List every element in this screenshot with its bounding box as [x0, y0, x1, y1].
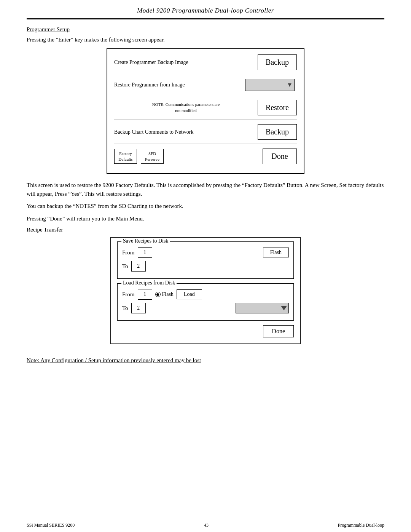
- footer-left: SSi Manual SERIES 9200: [27, 522, 75, 528]
- paragraph-1: This screen is used to restore the 9200 …: [27, 181, 384, 198]
- recipe-transfer-section: Recipe Transfer Save Recipes to Disk Fro…: [27, 227, 384, 351]
- footer-center: 43: [204, 522, 209, 528]
- load-flash-radio[interactable]: Flash: [155, 291, 174, 297]
- load-from-input[interactable]: [138, 289, 152, 300]
- backup-chart-row: Backup Chart Comments to Network Backup: [114, 124, 297, 144]
- sfd-preserve-button[interactable]: SFDPerserve: [141, 149, 164, 164]
- footer-right: Programmable Dual-loop: [338, 522, 384, 528]
- load-section-title: Load Recipes from Disk: [121, 280, 177, 286]
- page-title: Model 9200 Programmable Dual-loop Contro…: [137, 7, 274, 14]
- load-to-input[interactable]: [131, 303, 146, 313]
- page-footer: SSi Manual SERIES 9200 43 Programmable D…: [27, 520, 384, 532]
- factory-defaults-button[interactable]: FactoryDefaults: [114, 149, 137, 164]
- save-section-title: Save Recipes to Disk: [121, 238, 170, 244]
- restore-dropdown[interactable]: ▼: [245, 79, 295, 91]
- factory-done-row: FactoryDefaults SFDPerserve Done: [114, 149, 297, 168]
- save-to-input[interactable]: [131, 261, 146, 272]
- page-header: Model 9200 Programmable Dual-loop Contro…: [27, 0, 384, 19]
- load-to-row: To: [122, 303, 289, 313]
- programmer-setup-ui-box: Create Programmer Backup Image Backup Re…: [107, 48, 304, 174]
- radio-dot: [156, 293, 159, 296]
- programmer-setup-heading: Programmer Setup: [27, 26, 384, 33]
- backup-chart-label: Backup Chart Comments to Network: [114, 129, 258, 135]
- radio-icon[interactable]: [155, 292, 161, 297]
- programmer-setup-section: Programmer Setup Pressing the “Enter” ke…: [27, 26, 384, 227]
- backup-image-button[interactable]: Backup: [258, 54, 297, 70]
- load-from-row: From Flash Load: [122, 289, 289, 300]
- done-button-wrap: Done: [117, 325, 294, 337]
- load-dropdown[interactable]: [236, 303, 289, 313]
- load-to-label: To: [122, 305, 128, 312]
- save-from-label: From: [122, 249, 135, 256]
- save-to-row: To: [122, 261, 289, 272]
- intro-text: Pressing the “Enter” key makes the follo…: [27, 37, 384, 43]
- save-to-label: To: [122, 263, 128, 270]
- load-flash-label: Flash: [162, 291, 174, 297]
- dropdown-arrow-icon: [281, 306, 287, 310]
- note-restore-row: NOTE: Communications parameters arenot m…: [114, 100, 297, 120]
- restore-image-row: Restore Programmer from Image ▼: [114, 79, 297, 95]
- done-button-recipe[interactable]: Done: [263, 325, 294, 337]
- backup-image-label: Create Programmer Backup Image: [114, 59, 258, 66]
- bottom-note: Note: Any Configuration / Setup informat…: [27, 357, 384, 364]
- note-text: NOTE: Communications parameters arenot m…: [114, 102, 258, 113]
- save-from-row: From Flash: [122, 247, 289, 258]
- note-label: NOTE: Communications parameters arenot m…: [114, 102, 258, 113]
- load-button[interactable]: Load: [177, 289, 202, 299]
- backup-chart-button[interactable]: Backup: [258, 124, 297, 140]
- paragraph-3: Pressing “Done” will return you to the M…: [27, 214, 384, 223]
- dropdown-arrow-icon: ▼: [287, 81, 293, 88]
- paragraph-2: You can backup the “NOTES” from the SD C…: [27, 202, 384, 211]
- recipe-transfer-ui-box: Save Recipes to Disk From Flash To Load …: [110, 237, 301, 344]
- factory-sfd-group: FactoryDefaults SFDPerserve: [114, 149, 164, 164]
- save-flash-button[interactable]: Flash: [263, 248, 289, 257]
- backup-image-row: Create Programmer Backup Image Backup: [114, 54, 297, 74]
- save-recipes-section: Save Recipes to Disk From Flash To: [117, 241, 294, 279]
- restore-image-label: Restore Programmer from Image: [114, 82, 245, 88]
- load-from-label: From: [122, 291, 135, 298]
- load-recipes-section: Load Recipes from Disk From Flash Load T…: [117, 283, 294, 321]
- recipe-transfer-heading: Recipe Transfer: [27, 227, 384, 233]
- restore-button[interactable]: Restore: [258, 100, 297, 115]
- save-from-input[interactable]: [138, 247, 152, 258]
- done-button-prog[interactable]: Done: [263, 149, 297, 164]
